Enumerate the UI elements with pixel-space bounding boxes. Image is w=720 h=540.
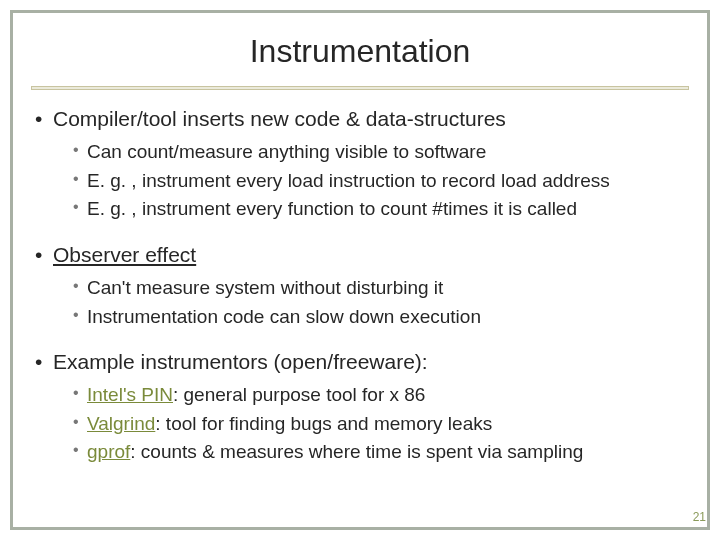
slide-frame: Instrumentation Compiler/tool inserts ne… — [10, 10, 710, 530]
bullet-level1: Observer effect — [35, 242, 685, 268]
bullet-level2: Can count/measure anything visible to so… — [73, 138, 685, 167]
bullet-text: Can't measure system without disturbing … — [87, 277, 443, 298]
page-number: 21 — [693, 510, 706, 524]
bullet-text: E. g. , instrument every load instructio… — [87, 170, 610, 191]
bullet-text: : counts & measures where time is spent … — [130, 441, 583, 462]
bullet-text: Observer effect — [53, 243, 196, 266]
bullet-text: E. g. , instrument every function to cou… — [87, 198, 577, 219]
bullet-level2: Instrumentation code can slow down execu… — [73, 303, 685, 332]
link-text[interactable]: gprof — [87, 441, 130, 462]
bullet-level2: Can't measure system without disturbing … — [73, 274, 685, 303]
sub-list: Can count/measure anything visible to so… — [35, 138, 685, 224]
bullet-level1: Compiler/tool inserts new code & data-st… — [35, 106, 685, 132]
slide-title: Instrumentation — [13, 33, 707, 70]
slide-content: Compiler/tool inserts new code & data-st… — [13, 106, 707, 467]
bullet-level2: gprof: counts & measures where time is s… — [73, 438, 685, 467]
bullet-level1: Example instrumentors (open/freeware): — [35, 349, 685, 375]
bullet-level2: E. g. , instrument every load instructio… — [73, 167, 685, 196]
sub-list: Can't measure system without disturbing … — [35, 274, 685, 331]
bullet-text: Instrumentation code can slow down execu… — [87, 306, 481, 327]
link-text[interactable]: Intel's PIN — [87, 384, 173, 405]
bullet-text: Can count/measure anything visible to so… — [87, 141, 486, 162]
bullet-level2: E. g. , instrument every function to cou… — [73, 195, 685, 224]
bullet-text: Compiler/tool inserts new code & data-st… — [53, 107, 506, 130]
bullet-level2: Intel's PIN: general purpose tool for x … — [73, 381, 685, 410]
bullet-text: Example instrumentors (open/freeware): — [53, 350, 428, 373]
divider-wrap — [13, 86, 707, 90]
bullet-level2: Valgrind: tool for finding bugs and memo… — [73, 410, 685, 439]
bullet-text: : general purpose tool for x 86 — [173, 384, 425, 405]
bullet-text: : tool for finding bugs and memory leaks — [155, 413, 492, 434]
sub-list: Intel's PIN: general purpose tool for x … — [35, 381, 685, 467]
title-divider — [31, 86, 689, 90]
link-text[interactable]: Valgrind — [87, 413, 155, 434]
